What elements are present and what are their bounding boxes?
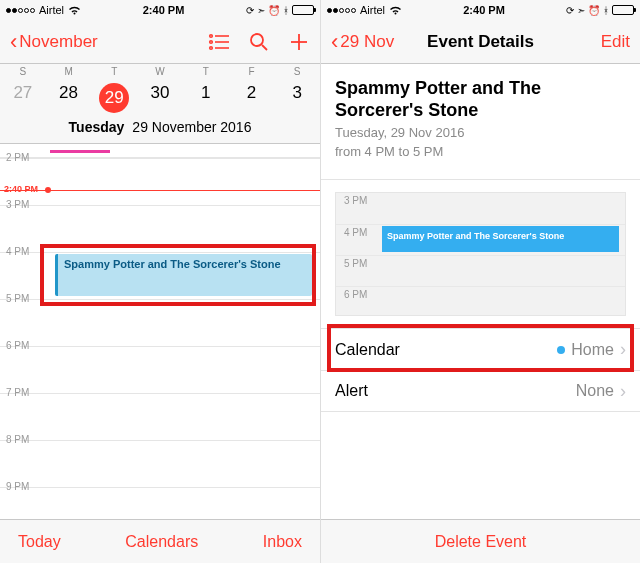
location-icon: ➣ xyxy=(577,5,585,16)
mini-hour-label: 6 PM xyxy=(344,289,367,300)
chevron-left-icon: ‹ xyxy=(331,29,338,55)
weekday-label: M xyxy=(46,66,92,77)
signal-dots-icon xyxy=(6,8,35,13)
carrier-label: Airtel xyxy=(39,4,64,16)
search-icon[interactable] xyxy=(248,31,270,53)
chevron-left-icon: ‹ xyxy=(10,29,17,55)
location-icon: ➣ xyxy=(257,5,265,16)
day-number[interactable]: 27 xyxy=(0,83,46,113)
hour-label: 4 PM xyxy=(6,246,29,257)
svg-point-0 xyxy=(210,34,213,37)
wifi-icon xyxy=(68,6,81,15)
selected-weekday: Tuesday xyxy=(69,119,125,135)
weekday-label: T xyxy=(91,66,137,77)
day-number[interactable]: 30 xyxy=(137,83,183,113)
mini-hour-row: 3 PM xyxy=(336,193,625,224)
hour-label: 9 PM xyxy=(6,481,29,492)
inbox-button[interactable]: Inbox xyxy=(263,533,302,551)
signal-dots-icon xyxy=(327,8,356,13)
svg-point-4 xyxy=(210,46,213,49)
weekday-label: S xyxy=(0,66,46,77)
day-number[interactable]: 3 xyxy=(274,83,320,113)
battery-icon xyxy=(612,5,634,15)
weekday-label: S xyxy=(274,66,320,77)
add-icon[interactable] xyxy=(288,31,310,53)
mini-event: Spammy Potter and The Sorcerer's Stone xyxy=(382,226,619,252)
annotation-highlight xyxy=(327,324,634,372)
mini-hour-label: 3 PM xyxy=(344,195,367,206)
hour-row: 2 PM xyxy=(0,158,320,205)
mini-hour-label: 4 PM xyxy=(344,227,367,238)
orientation-lock-icon: ⟳ xyxy=(566,5,574,16)
mini-hour-row: 5 PM xyxy=(336,255,625,286)
svg-point-2 xyxy=(210,40,213,43)
day-number[interactable]: 1 xyxy=(183,83,229,113)
event-time: from 4 PM to 5 PM xyxy=(335,144,626,159)
current-time-label: 2:40 PM xyxy=(4,184,38,194)
selected-date: 29 November 2016 xyxy=(132,119,251,135)
detail-rows: Calendar Home › Alert None › xyxy=(321,328,640,412)
row-value: None xyxy=(576,382,614,400)
bluetooth-icon: ᚼ xyxy=(603,5,609,16)
edit-button[interactable]: Edit xyxy=(601,32,630,52)
day-timeline[interactable]: 2 PM3 PM4 PM5 PM6 PM7 PM8 PM9 PM 2:40 PM… xyxy=(0,144,320,504)
calendars-button[interactable]: Calendars xyxy=(125,533,198,551)
hour-row: 8 PM xyxy=(0,440,320,487)
back-button[interactable]: ‹ 29 Nov xyxy=(331,29,394,55)
weekday-label: F xyxy=(229,66,275,77)
current-time-indicator: 2:40 PM xyxy=(0,190,320,191)
hour-label: 6 PM xyxy=(6,340,29,351)
annotation-highlight xyxy=(40,244,316,306)
hour-row: 5 PM xyxy=(0,299,320,346)
bottom-toolbar: Today Calendars Inbox xyxy=(0,519,320,563)
hour-label: 7 PM xyxy=(6,387,29,398)
svg-point-6 xyxy=(251,34,263,46)
status-bar: Airtel 2:40 PM ⟳ ➣ ⏰ ᚼ xyxy=(0,0,320,20)
hour-label: 8 PM xyxy=(6,434,29,445)
event-title: Spammy Potter and The Sorcerer's Stone xyxy=(335,78,626,121)
nav-bar: ‹ November xyxy=(0,20,320,64)
wifi-icon xyxy=(389,6,402,15)
row-label: Alert xyxy=(335,382,368,400)
back-button[interactable]: ‹ November xyxy=(10,29,98,55)
carrier-label: Airtel xyxy=(360,4,385,16)
mini-hour-label: 5 PM xyxy=(344,258,367,269)
hour-row: 6 PM xyxy=(0,346,320,393)
back-label: November xyxy=(19,32,97,52)
weekday-label: T xyxy=(183,66,229,77)
svg-line-7 xyxy=(262,45,267,50)
back-label: 29 Nov xyxy=(340,32,394,52)
battery-icon xyxy=(292,5,314,15)
day-number[interactable]: 2 xyxy=(229,83,275,113)
weekday-label: W xyxy=(137,66,183,77)
hour-label: 2 PM xyxy=(6,152,29,163)
delete-event-button[interactable]: Delete Event xyxy=(435,533,527,551)
orientation-lock-icon: ⟳ xyxy=(246,5,254,16)
day-number[interactable]: 29 xyxy=(91,83,137,113)
bluetooth-icon: ᚼ xyxy=(283,5,289,16)
today-button[interactable]: Today xyxy=(18,533,61,551)
hour-row: 7 PM xyxy=(0,393,320,440)
week-header: SMTWTFS 27282930123 Tuesday29 November 2… xyxy=(0,64,320,144)
mini-hour-row: 6 PM xyxy=(336,286,625,317)
list-view-icon[interactable] xyxy=(208,31,230,53)
event-date: Tuesday, 29 Nov 2016 xyxy=(335,125,626,140)
alarm-icon: ⏰ xyxy=(268,5,280,16)
bottom-toolbar: Delete Event xyxy=(321,519,640,563)
mini-timeline[interactable]: 3 PM4 PM5 PM6 PM Spammy Potter and The S… xyxy=(335,192,626,316)
chevron-right-icon: › xyxy=(620,381,626,402)
nav-bar: ‹ 29 Nov Event Details Edit xyxy=(321,20,640,64)
hour-label: 5 PM xyxy=(6,293,29,304)
alarm-icon: ⏰ xyxy=(588,5,600,16)
status-time: 2:40 PM xyxy=(81,4,246,16)
status-bar: Airtel 2:40 PM ⟳ ➣ ⏰ ᚼ xyxy=(321,0,640,20)
event-summary: Spammy Potter and The Sorcerer's Stone T… xyxy=(321,64,640,169)
status-time: 2:40 PM xyxy=(402,4,566,16)
hour-label: 3 PM xyxy=(6,199,29,210)
event-details-screen: Airtel 2:40 PM ⟳ ➣ ⏰ ᚼ ‹ 29 Nov Event De… xyxy=(320,0,640,563)
all-day-strip xyxy=(0,144,320,158)
day-number[interactable]: 28 xyxy=(46,83,92,113)
calendar-day-screen: Airtel 2:40 PM ⟳ ➣ ⏰ ᚼ ‹ November xyxy=(0,0,320,563)
alert-row[interactable]: Alert None › xyxy=(321,370,640,412)
